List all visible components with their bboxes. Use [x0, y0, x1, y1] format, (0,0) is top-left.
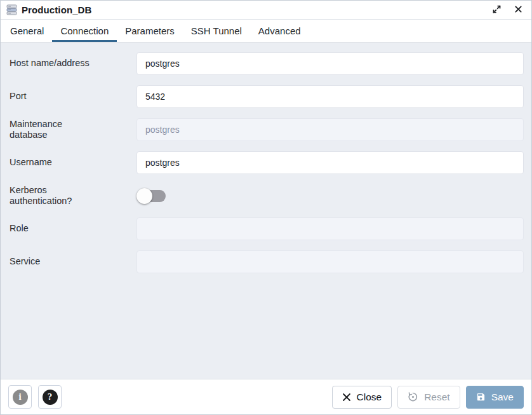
save-icon: [476, 392, 486, 402]
connection-form: Host name/address Port Maintenance datab…: [1, 43, 531, 379]
port-input[interactable]: [136, 85, 524, 108]
close-button[interactable]: Close: [332, 386, 392, 409]
help-button[interactable]: ?: [38, 385, 62, 409]
tab-parameters[interactable]: Parameters: [117, 20, 183, 42]
role-input[interactable]: [136, 217, 524, 240]
maintenance-db-label: Maintenance database: [10, 119, 136, 140]
window-controls: [491, 3, 524, 17]
kerberos-label: Kerberos authentication?: [10, 185, 136, 207]
expand-icon: [492, 4, 502, 16]
help-icon: ?: [43, 390, 58, 405]
form-row-kerberos: Kerberos authentication?: [10, 184, 524, 207]
tab-bar: General Connection Parameters SSH Tunnel…: [1, 20, 531, 43]
reset-icon: [408, 391, 418, 402]
close-x-icon: [342, 393, 351, 402]
service-input[interactable]: [136, 250, 524, 273]
tab-advanced[interactable]: Advanced: [250, 20, 309, 42]
close-window-button[interactable]: [513, 4, 524, 17]
info-icon: i: [13, 390, 28, 405]
kerberos-toggle[interactable]: [136, 188, 166, 204]
form-row-port: Port: [10, 85, 524, 108]
tab-ssh-tunnel[interactable]: SSH Tunnel: [183, 20, 250, 42]
title-bar: Production_DB: [1, 1, 531, 20]
footer-right: Close Reset Save: [332, 386, 524, 409]
close-button-label: Close: [357, 391, 382, 403]
dialog-footer: i ? Close: [1, 379, 531, 414]
server-stack-icon: [6, 4, 17, 15]
info-button[interactable]: i: [8, 385, 32, 409]
save-button[interactable]: Save: [466, 386, 524, 409]
form-row-role: Role: [10, 217, 524, 240]
username-label: Username: [10, 157, 136, 168]
port-label: Port: [10, 91, 136, 102]
close-icon: [514, 5, 522, 15]
form-row-service: Service: [10, 250, 524, 273]
save-button-label: Save: [491, 391, 514, 403]
role-label: Role: [10, 223, 136, 234]
expand-button[interactable]: [491, 3, 503, 17]
host-input[interactable]: [136, 52, 524, 75]
username-input[interactable]: [136, 151, 524, 174]
host-label: Host name/address: [10, 58, 136, 69]
form-row-maintenance-db: Maintenance database: [10, 118, 524, 141]
tab-connection[interactable]: Connection: [52, 20, 117, 42]
footer-left: i ?: [8, 385, 62, 409]
tab-general[interactable]: General: [2, 20, 52, 42]
maintenance-db-input: [136, 118, 524, 141]
connection-dialog: Production_DB General Con: [0, 0, 532, 415]
dialog-title: Production_DB: [22, 4, 491, 15]
service-label: Service: [10, 256, 136, 267]
reset-button-label: Reset: [424, 391, 450, 403]
form-row-host: Host name/address: [10, 52, 524, 75]
form-row-username: Username: [10, 151, 524, 174]
reset-button[interactable]: Reset: [397, 386, 460, 409]
toggle-knob: [136, 188, 152, 204]
